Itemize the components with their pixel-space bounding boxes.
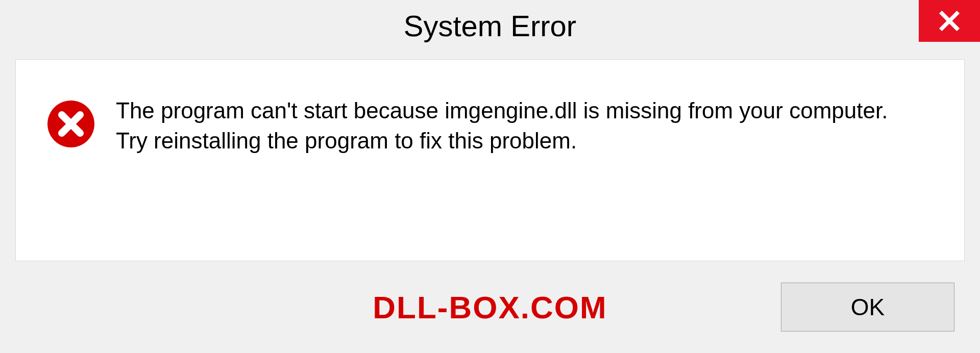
titlebar: System Error bbox=[0, 0, 980, 51]
error-icon bbox=[46, 99, 95, 148]
ok-button[interactable]: OK bbox=[781, 283, 954, 332]
error-message: The program can't start because imgengin… bbox=[116, 95, 907, 156]
dialog-title: System Error bbox=[404, 9, 576, 43]
watermark-text: DLL-BOX.COM bbox=[373, 289, 607, 325]
close-icon bbox=[938, 10, 961, 32]
message-panel: The program can't start because imgengin… bbox=[15, 59, 965, 261]
close-button[interactable] bbox=[919, 0, 980, 42]
system-error-dialog: System Error The program can't start bec… bbox=[0, 0, 980, 353]
ok-button-label: OK bbox=[851, 293, 885, 321]
dialog-footer: DLL-BOX.COM OK bbox=[0, 261, 980, 353]
